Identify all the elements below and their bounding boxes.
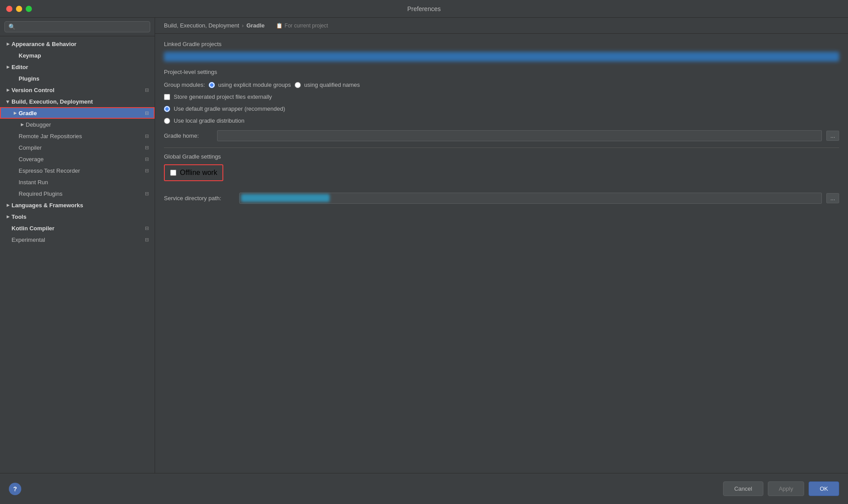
default-wrapper-label: Use default gradle wrapper (recommended) — [174, 105, 285, 112]
arrow-icon: ▶ — [4, 40, 12, 47]
service-dir-label: Service directory path: — [164, 195, 235, 202]
sidebar-item-version-control[interactable]: ▶ Version Control ⊟ — [0, 84, 155, 96]
sidebar-tree: ▶ Appearance & Behavior ▶ Keymap ▶ Edito… — [0, 36, 155, 473]
service-dir-field — [239, 193, 822, 204]
maximize-button[interactable] — [26, 6, 32, 12]
linked-projects-bar[interactable] — [164, 52, 839, 62]
sidebar: ▶ Appearance & Behavior ▶ Keymap ▶ Edito… — [0, 18, 155, 473]
sidebar-item-label: Build, Execution, Deployment — [12, 98, 150, 105]
copy-icon: ⊟ — [143, 236, 150, 243]
sidebar-item-label: Keymap — [19, 52, 150, 59]
main-layout: ▶ Appearance & Behavior ▶ Keymap ▶ Edito… — [0, 18, 848, 473]
copy-icon: ⊟ — [143, 155, 150, 163]
sidebar-item-build-execution[interactable]: ▶ Build, Execution, Deployment — [0, 96, 155, 107]
sidebar-item-languages[interactable]: ▶ Languages & Frameworks — [0, 199, 155, 211]
project-icon: 📋 — [276, 23, 283, 29]
section-divider — [164, 147, 839, 148]
local-distribution-label: Use local gradle distribution — [174, 117, 245, 124]
sidebar-item-label: Debugger — [26, 121, 150, 128]
sidebar-item-label: Coverage — [19, 156, 143, 163]
sidebar-item-instant-run[interactable]: ▶ Instant Run — [0, 176, 155, 188]
search-bar — [0, 18, 155, 36]
radio-explicit-modules[interactable] — [209, 82, 215, 88]
copy-icon: ⊟ — [143, 132, 150, 140]
radio-qualified-names[interactable] — [295, 82, 301, 88]
offline-work-label: Offline work — [180, 169, 217, 177]
sidebar-item-required-plugins[interactable]: ▶ Required Plugins ⊟ — [0, 188, 155, 199]
radio-default-wrapper[interactable] — [164, 106, 170, 112]
gradle-home-row: Gradle home: ... — [164, 130, 839, 141]
store-files-label: Store generated project files externally — [174, 93, 272, 100]
breadcrumb-separator: › — [242, 22, 244, 29]
service-dir-input[interactable] — [239, 193, 822, 204]
offline-work-box: Offline work — [164, 164, 223, 181]
sidebar-item-keymap[interactable]: ▶ Keymap — [0, 50, 155, 61]
sidebar-item-label: Version Control — [12, 87, 143, 93]
sidebar-item-label: Gradle — [19, 110, 143, 116]
sidebar-item-gradle[interactable]: ▶ Gradle ⊟ — [0, 107, 155, 119]
help-button[interactable]: ? — [9, 483, 21, 495]
linked-project-item — [164, 52, 839, 62]
global-settings-title: Global Gradle settings — [164, 153, 839, 160]
sidebar-item-plugins[interactable]: ▶ Plugins — [0, 73, 155, 84]
service-dir-row: Service directory path: ... — [164, 193, 839, 204]
window-controls[interactable] — [6, 6, 32, 12]
sidebar-item-label: Required Plugins — [19, 190, 143, 197]
sidebar-item-kotlin-compiler[interactable]: ▶ Kotlin Compiler ⊟ — [0, 222, 155, 234]
gradle-home-label: Gradle home: — [164, 132, 213, 139]
cancel-button[interactable]: Cancel — [723, 481, 763, 496]
arrow-icon: ▶ — [4, 213, 12, 220]
group-modules-row: Group modules: using explicit module gro… — [164, 81, 839, 88]
offline-work-container: Offline work — [164, 164, 839, 186]
arrow-icon: ▶ — [4, 86, 12, 93]
arrow-icon: ▶ — [4, 202, 12, 209]
checkbox-store-files[interactable] — [164, 94, 170, 100]
breadcrumb-current: Gradle — [246, 22, 265, 29]
sidebar-item-coverage[interactable]: ▶ Coverage ⊟ — [0, 153, 155, 165]
sidebar-item-label: Appearance & Behavior — [12, 41, 150, 47]
search-input[interactable] — [4, 21, 150, 32]
close-button[interactable] — [6, 6, 12, 12]
sidebar-item-label: Editor — [12, 64, 150, 70]
breadcrumb-project: 📋 For current project — [276, 23, 328, 29]
default-wrapper-row: Use default gradle wrapper (recommended) — [164, 105, 839, 112]
gradle-home-input[interactable] — [217, 130, 822, 141]
sidebar-item-label: Compiler — [19, 144, 143, 151]
checkbox-offline-work[interactable] — [170, 170, 176, 176]
copy-icon: ⊟ — [143, 144, 150, 151]
project-level-title: Project-level settings — [164, 69, 839, 75]
service-dir-browse-button[interactable]: ... — [826, 193, 839, 203]
ok-button[interactable]: OK — [809, 481, 839, 496]
gradle-home-browse-button[interactable]: ... — [826, 131, 839, 141]
sidebar-item-label: Espresso Test Recorder — [19, 167, 143, 174]
sidebar-item-editor[interactable]: ▶ Editor — [0, 61, 155, 73]
sidebar-item-experimental[interactable]: ▶ Experimental ⊟ — [0, 234, 155, 245]
sidebar-item-label: Remote Jar Repositories — [19, 133, 143, 140]
sidebar-item-label: Languages & Frameworks — [12, 202, 150, 209]
apply-button[interactable]: Apply — [768, 481, 805, 496]
sidebar-item-tools[interactable]: ▶ Tools — [0, 211, 155, 222]
copy-icon: ⊟ — [143, 190, 150, 197]
copy-icon: ⊟ — [143, 86, 150, 93]
breadcrumb: Build, Execution, Deployment › Gradle 📋 … — [155, 18, 848, 34]
copy-icon: ⊟ — [143, 167, 150, 174]
sidebar-item-label: Kotlin Compiler — [12, 225, 143, 232]
minimize-button[interactable] — [16, 6, 22, 12]
sidebar-item-compiler[interactable]: ▶ Compiler ⊟ — [0, 142, 155, 153]
copy-icon: ⊟ — [143, 109, 150, 116]
arrow-icon: ▶ — [4, 98, 12, 105]
sidebar-item-remote-jar[interactable]: ▶ Remote Jar Repositories ⊟ — [0, 130, 155, 142]
bottom-bar: ? Cancel Apply OK — [0, 473, 848, 504]
sidebar-item-appearance-behavior[interactable]: ▶ Appearance & Behavior — [0, 38, 155, 50]
sidebar-item-label: Plugins — [19, 75, 150, 82]
linked-projects-title: Linked Gradle projects — [164, 41, 839, 47]
arrow-icon: ▶ — [12, 109, 19, 116]
breadcrumb-parent: Build, Execution, Deployment — [164, 22, 239, 29]
copy-icon: ⊟ — [143, 225, 150, 232]
sidebar-item-label: Experimental — [12, 236, 143, 243]
sidebar-item-label: Tools — [12, 213, 150, 220]
radio-local-distribution[interactable] — [164, 118, 170, 124]
sidebar-item-debugger[interactable]: ▶ Debugger — [0, 119, 155, 130]
store-files-row: Store generated project files externally — [164, 93, 839, 100]
sidebar-item-espresso[interactable]: ▶ Espresso Test Recorder ⊟ — [0, 165, 155, 176]
